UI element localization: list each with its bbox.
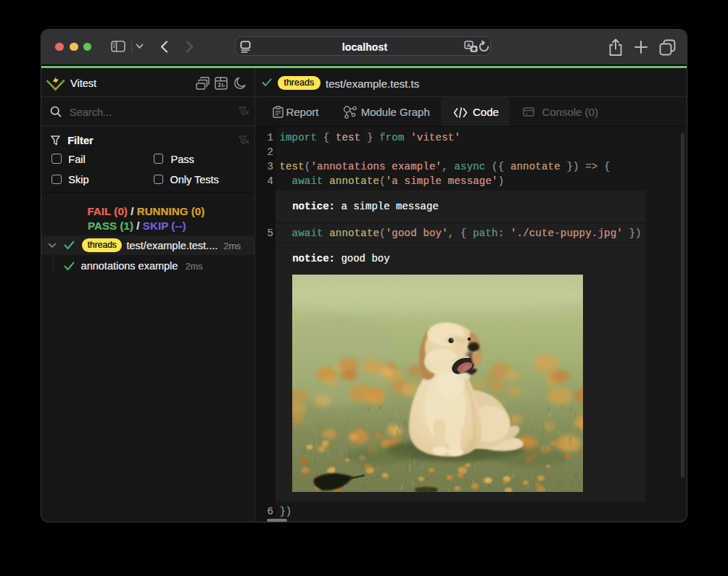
svg-text:★: ★ xyxy=(471,46,476,52)
